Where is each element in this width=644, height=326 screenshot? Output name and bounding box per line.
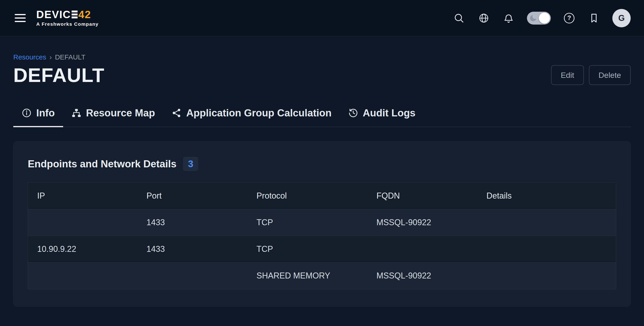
brand-text-primary: DEVIC — [36, 9, 71, 20]
table-row: 1433 TCP MSSQL-90922 — [28, 209, 616, 236]
cell-port — [137, 262, 247, 289]
bookmark-icon[interactable] — [588, 12, 600, 24]
app-root: DEVIC42 A Freshworks Company — [0, 0, 644, 306]
page-title: DEFAULT — [13, 64, 104, 86]
card-header: Endpoints and Network Details 3 — [28, 157, 616, 171]
cell-ip — [28, 209, 138, 236]
card-title: Endpoints and Network Details — [28, 158, 176, 170]
breadcrumb-current: DEFAULT — [55, 53, 86, 61]
cell-ip — [28, 262, 138, 289]
search-icon[interactable] — [452, 12, 466, 24]
main-content: Resources › DEFAULT DEFAULT Edit Delete — [0, 53, 644, 306]
tabs: Info Resource Map — [13, 101, 631, 127]
moon-icon — [529, 14, 537, 22]
title-actions: Edit Delete — [551, 65, 631, 85]
tab-label: Audit Logs — [363, 107, 416, 119]
endpoints-count-badge: 3 — [183, 157, 198, 171]
column-header-ip: IP — [28, 182, 138, 209]
cell-protocol: TCP — [247, 209, 367, 236]
history-icon — [348, 108, 358, 118]
column-header-protocol: Protocol — [247, 182, 367, 209]
bell-icon[interactable] — [502, 12, 515, 24]
cell-port: 1433 — [137, 236, 247, 262]
column-header-fqdn: FQDN — [367, 182, 477, 209]
brand-wordmark: DEVIC42 — [36, 9, 99, 20]
tab-info[interactable]: Info — [13, 101, 63, 127]
cell-protocol: TCP — [247, 236, 367, 262]
tab-resource-map[interactable]: Resource Map — [63, 101, 164, 127]
info-icon — [22, 108, 32, 118]
cell-details — [478, 209, 616, 236]
table-header-row: IP Port Protocol FQDN Details — [28, 182, 616, 209]
share-nodes-icon — [172, 108, 182, 118]
brand-text-accent: 42 — [78, 9, 91, 20]
title-row: DEFAULT Edit Delete — [13, 64, 631, 86]
cell-port: 1433 — [137, 209, 247, 236]
help-glyph: ? — [564, 13, 574, 24]
table-row: SHARED MEMORY MSSQL-90922 — [28, 262, 616, 289]
help-icon[interactable]: ? — [563, 12, 576, 24]
brand-logo[interactable]: DEVIC42 A Freshworks Company — [36, 9, 99, 27]
breadcrumb-separator: › — [49, 53, 52, 61]
column-header-port: Port — [137, 182, 247, 209]
tab-label: Resource Map — [86, 107, 155, 119]
toggle-knob — [539, 13, 550, 24]
sitemap-icon — [72, 108, 82, 118]
cell-details — [478, 236, 616, 262]
tab-label: Info — [36, 107, 55, 119]
endpoints-table: IP Port Protocol FQDN Details 1433 TCP M… — [28, 182, 616, 289]
delete-button[interactable]: Delete — [589, 65, 631, 85]
theme-toggle[interactable] — [527, 12, 551, 24]
cell-fqdn: MSSQL-90922 — [367, 209, 477, 236]
column-header-details: Details — [478, 182, 616, 209]
breadcrumb: Resources › DEFAULT — [13, 53, 631, 61]
tab-audit-logs[interactable]: Audit Logs — [340, 101, 424, 127]
brand-tagline: A Freshworks Company — [36, 21, 99, 27]
endpoints-card: Endpoints and Network Details 3 IP Port … — [13, 142, 631, 306]
topbar-left: DEVIC42 A Freshworks Company — [13, 9, 99, 27]
breadcrumb-link-resources[interactable]: Resources — [13, 53, 46, 61]
tab-application-group-calculation[interactable]: Application Group Calculation — [163, 101, 340, 127]
globe-icon[interactable] — [478, 12, 490, 24]
topbar: DEVIC42 A Freshworks Company — [0, 0, 644, 36]
cell-details — [478, 262, 616, 289]
avatar[interactable]: G — [612, 9, 631, 27]
cell-fqdn: MSSQL-90922 — [367, 262, 477, 289]
tab-label: Application Group Calculation — [186, 107, 332, 119]
hamburger-menu-icon[interactable] — [13, 13, 27, 24]
cell-ip: 10.90.9.22 — [28, 236, 138, 262]
cell-fqdn — [367, 236, 477, 262]
brand-stylized-e-icon — [72, 10, 78, 18]
topbar-right: ? G — [452, 9, 631, 27]
cell-protocol: SHARED MEMORY — [247, 262, 367, 289]
edit-button[interactable]: Edit — [551, 65, 584, 85]
table-row: 10.90.9.22 1433 TCP — [28, 236, 616, 262]
